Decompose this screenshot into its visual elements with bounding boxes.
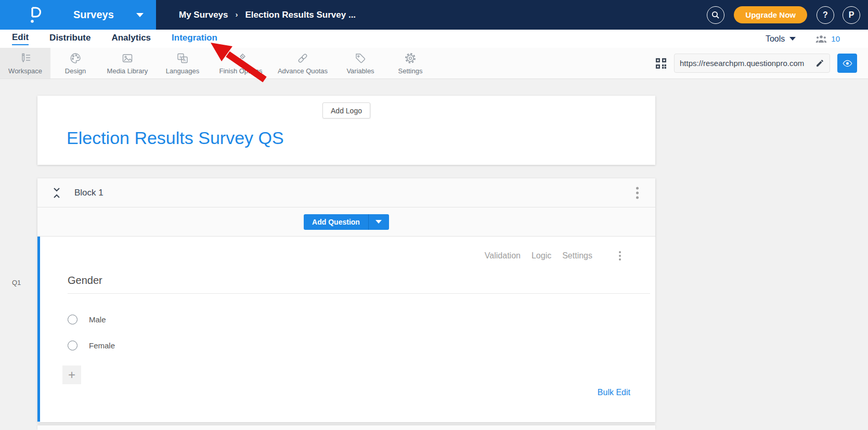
questionpro-logo-icon [30,6,43,24]
add-question-dropdown-button[interactable] [368,214,389,230]
next-block-card-edge [37,425,655,430]
topbar-actions: Upgrade Now ? P [707,6,868,24]
languages-icon: x̄ A [176,52,189,64]
product-switcher[interactable]: Surveys [0,0,156,30]
toolbar-item-label: Design [65,67,86,75]
tab-analytics[interactable]: Analytics [111,33,151,45]
question-card: Validation Logic Settings Gender Male Fe… [37,237,655,422]
add-question-button[interactable]: Add Question [304,214,368,230]
media-library-icon [121,52,134,64]
chevron-down-icon [136,13,144,17]
choice-row-male: Male [68,315,106,324]
tabrow-right: Tools 10 [766,34,868,44]
toolbar-item-workspace[interactable]: Workspace [0,48,50,79]
toolbar-item-label: Variables [346,67,374,75]
tab-distribute[interactable]: Distribute [49,33,90,45]
avatar[interactable]: P [843,6,860,24]
editor-toolbar: Workspace Design Media Library x̄ A [0,48,868,79]
toolbar-item-media-library[interactable]: Media Library [100,48,154,79]
toolbar-item-variables[interactable]: Variables [334,48,386,79]
toolbar-item-label: Advance Quotas [278,67,328,75]
survey-url-field[interactable]: https://researchpm.questionpro.com [674,54,830,73]
toolbar-item-design[interactable]: Design [50,48,100,79]
block-title[interactable]: Block 1 [74,188,103,198]
svg-text:x̄: x̄ [179,54,182,59]
toolbar-item-label: Settings [398,67,423,75]
add-question-button-group: Add Question [304,214,389,230]
radio-male[interactable] [68,315,77,324]
finish-options-icon [235,52,247,64]
choice-row-female: Female [68,341,115,350]
question-code: Q1 [12,279,21,286]
logic-link[interactable]: Logic [532,251,551,260]
toolbar-item-label: Finish Options [219,67,262,75]
block-header: Block 1 [37,178,655,207]
help-button[interactable]: ? [817,6,834,24]
toolbar-item-finish-options[interactable]: Finish Options [211,48,271,79]
toolbar-right: https://researchpm.questionpro.com [655,48,868,79]
add-logo-button[interactable]: Add Logo [322,102,370,119]
main-nav-tabs: Edit Distribute Analytics Integration To… [0,30,868,48]
product-name: Surveys [73,9,114,21]
preview-survey-button[interactable] [837,54,857,73]
variables-icon [354,52,367,64]
toolbar-item-label: Workspace [8,67,42,75]
radio-female[interactable] [68,341,77,350]
survey-title[interactable]: Election Results Survey QS [67,128,284,148]
breadcrumb: My Surveys › Election Results Survey ... [156,10,356,20]
block-menu-button[interactable] [636,187,639,199]
collapse-block-icon[interactable] [53,187,61,199]
breadcrumb-survey-name[interactable]: Election Results Survey ... [245,10,356,20]
toolbar-item-label: Media Library [107,67,148,75]
chevron-down-icon[interactable] [789,37,796,41]
chevron-down-icon [375,220,382,224]
breadcrumb-my-surveys[interactable]: My Surveys [179,10,228,20]
design-icon [69,52,82,64]
question-settings-link[interactable]: Settings [562,251,592,260]
validation-link[interactable]: Validation [485,251,521,260]
survey-editor-page: Surveys My Surveys › Election Results Su… [0,0,868,430]
add-choice-button[interactable]: + [62,366,81,384]
search-button[interactable] [707,6,724,24]
block-card: Block 1 Add Question Validation Logic Se… [37,178,655,422]
question-actions: Validation Logic Settings [485,251,621,260]
toolbar-item-advance-quotas[interactable]: Advance Quotas [271,48,334,79]
tools-dropdown[interactable]: Tools [766,34,785,44]
upgrade-now-button[interactable]: Upgrade Now [734,6,807,23]
top-bar: Surveys My Surveys › Election Results Su… [0,0,868,30]
question-text[interactable]: Gender [68,275,102,286]
search-icon [711,11,720,19]
survey-url[interactable]: https://researchpm.questionpro.com [680,59,815,68]
add-question-row: Add Question [37,207,655,237]
qr-code-icon[interactable] [655,58,667,69]
settings-icon [404,52,417,64]
tab-edit[interactable]: Edit [12,32,29,45]
breadcrumb-separator-icon: › [236,10,238,19]
question-divider [68,293,650,294]
toolbar-item-label: Languages [166,67,199,75]
toolbar-item-languages[interactable]: x̄ A Languages [154,48,211,79]
eye-icon [843,60,852,67]
bulk-edit-link[interactable]: Bulk Edit [598,388,630,397]
choice-label[interactable]: Female [89,341,115,350]
collaborators-count: 10 [831,34,840,43]
survey-header-card: Add Logo Election Results Survey QS [37,96,655,165]
workspace-icon [19,52,32,64]
question-menu-button[interactable] [619,251,621,260]
tab-integration[interactable]: Integration [172,33,217,45]
svg-text:A: A [183,57,186,62]
advance-quotas-icon [296,52,309,64]
edit-url-pencil-icon[interactable] [815,59,824,68]
toolbar-item-settings[interactable]: Settings [386,48,434,79]
choice-label[interactable]: Male [89,315,106,324]
collaborators-icon[interactable] [815,35,827,43]
